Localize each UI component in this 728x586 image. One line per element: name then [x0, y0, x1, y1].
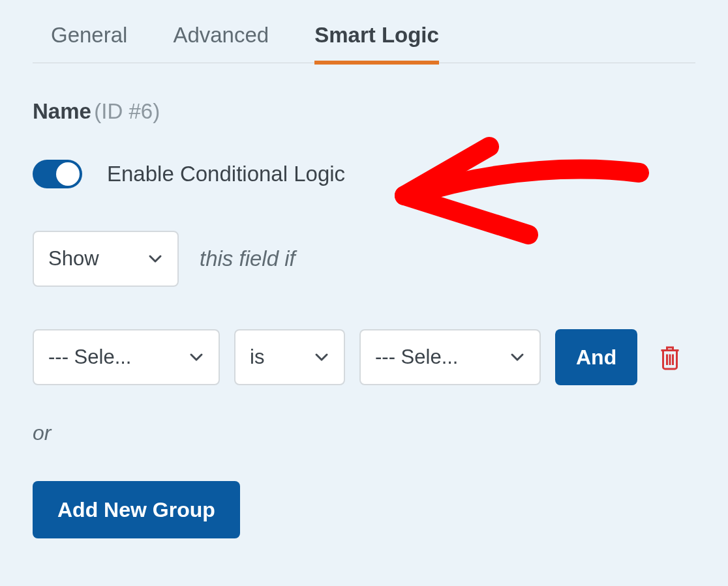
toggle-label: Enable Conditional Logic	[107, 162, 345, 186]
condition-value-select[interactable]: --- Sele...	[359, 329, 541, 385]
and-button[interactable]: And	[555, 329, 637, 385]
condition-field-value: --- Sele...	[48, 345, 131, 369]
condition-operator-value: is	[250, 345, 264, 369]
tabs-bar: General Advanced Smart Logic	[33, 0, 695, 63]
field-id: (ID #6)	[94, 99, 160, 123]
condition-operator-select[interactable]: is	[234, 329, 345, 385]
condition-field-select[interactable]: --- Sele...	[33, 329, 220, 385]
add-new-group-button[interactable]: Add New Group	[33, 481, 240, 538]
tab-general[interactable]: General	[51, 23, 127, 65]
enable-conditional-logic-toggle[interactable]	[33, 160, 82, 188]
action-suffix-label: this field if	[200, 246, 296, 271]
chevron-down-icon	[509, 349, 525, 365]
chevron-down-icon	[314, 349, 329, 365]
tab-advanced[interactable]: Advanced	[173, 23, 269, 65]
or-label: or	[33, 421, 695, 445]
condition-value-value: --- Sele...	[375, 345, 458, 369]
action-select-value: Show	[48, 247, 99, 271]
tab-smart-logic[interactable]: Smart Logic	[314, 23, 439, 65]
chevron-down-icon	[147, 251, 163, 267]
field-name: Name	[33, 99, 91, 123]
trash-icon[interactable]	[658, 344, 682, 370]
chevron-down-icon	[189, 349, 204, 365]
field-header: Name (ID #6)	[33, 99, 695, 124]
action-select[interactable]: Show	[33, 231, 179, 287]
toggle-knob	[56, 162, 80, 186]
